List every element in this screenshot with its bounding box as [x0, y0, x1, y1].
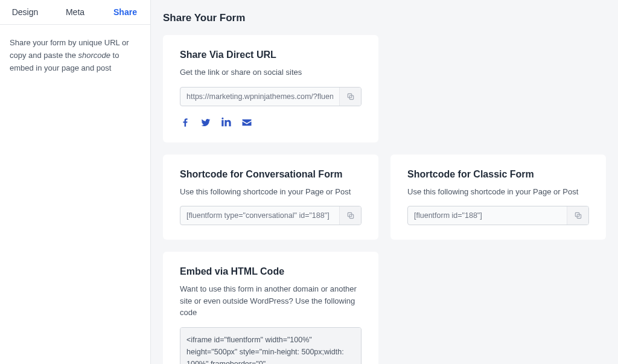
card-title: Shortcode for Classic Form: [407, 169, 589, 180]
tab-meta[interactable]: Meta: [50, 0, 100, 24]
tab-share[interactable]: Share: [100, 0, 150, 24]
card-title: Embed via HTML Code: [180, 266, 362, 277]
sidebar: Design Meta Share Share your form by uni…: [0, 0, 151, 364]
embed-textarea[interactable]: [180, 327, 362, 365]
email-icon[interactable]: [241, 117, 252, 128]
twitter-icon[interactable]: [200, 117, 211, 128]
classic-input[interactable]: [408, 206, 567, 225]
facebook-icon[interactable]: [180, 117, 191, 128]
classic-field: [407, 206, 589, 225]
copy-icon: [346, 92, 355, 101]
card-embed-html: Embed via HTML Code Want to use this for…: [163, 252, 378, 364]
copy-classic-button[interactable]: [567, 206, 588, 225]
conversational-input[interactable]: [180, 206, 339, 225]
main-content: Share Your Form Share Via Direct URL Get…: [151, 0, 618, 364]
copy-icon: [346, 211, 355, 220]
card-desc: Use this following shortcode in your Pag…: [407, 186, 589, 198]
cards-grid: Share Via Direct URL Get the link or sha…: [163, 35, 606, 364]
social-icons: [180, 117, 362, 128]
conversational-field: [180, 206, 362, 225]
linkedin-icon[interactable]: [221, 117, 232, 128]
copy-icon: [574, 211, 582, 220]
card-classic-shortcode: Shortcode for Classic Form Use this foll…: [390, 155, 606, 240]
page-title: Share Your Form: [163, 12, 606, 24]
card-direct-url: Share Via Direct URL Get the link or sha…: [163, 35, 378, 142]
copy-url-button[interactable]: [339, 88, 361, 106]
card-conversational-shortcode: Shortcode for Conversational Form Use th…: [163, 155, 378, 240]
card-desc: Use this following shortcode in your Pag…: [180, 186, 362, 198]
url-input[interactable]: [180, 88, 339, 106]
spacer: [390, 35, 606, 142]
url-field: [180, 87, 362, 106]
card-desc: Want to use this form in another domain …: [180, 283, 362, 319]
card-desc: Get the link or share on social sites: [180, 66, 362, 78]
copy-conversational-button[interactable]: [339, 206, 361, 225]
sidebar-description: Share your form by unique URL or copy an…: [0, 25, 150, 86]
tabs: Design Meta Share: [0, 0, 150, 25]
tab-design[interactable]: Design: [0, 0, 50, 24]
card-title: Shortcode for Conversational Form: [180, 169, 362, 180]
card-title: Share Via Direct URL: [180, 49, 362, 60]
